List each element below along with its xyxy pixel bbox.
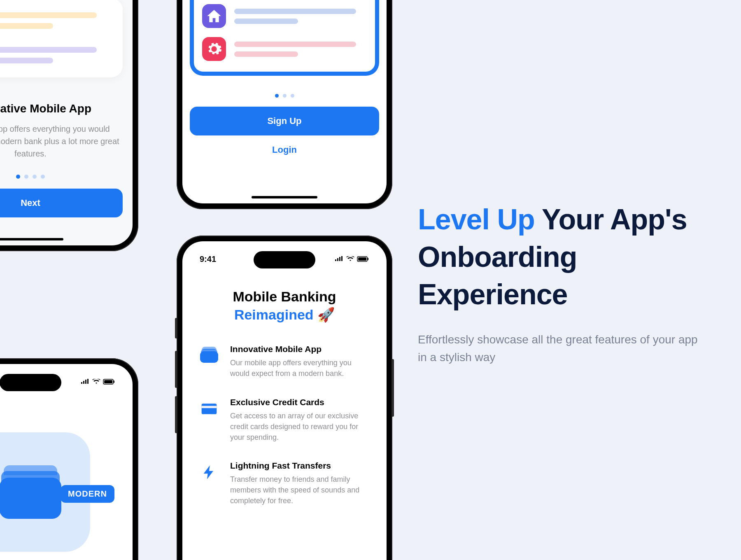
house-icon (202, 4, 226, 28)
svg-rect-5 (368, 258, 368, 260)
hero-text-block: Level Up Your App's Onboarding Experienc… (418, 201, 706, 366)
onboarding-card (0, 0, 123, 77)
placeholder-line (234, 19, 298, 24)
placeholder-line (234, 9, 356, 14)
bolt-icon (199, 461, 219, 506)
mockup-phone-3: 9:41 MODERN Innovative Mobile App Our mo… (0, 358, 138, 560)
mockup-phone-4: 9:41 Mobile Banking Reimagined 🚀 (177, 236, 392, 560)
hero-title-accent: Level Up (418, 203, 535, 236)
signup-button[interactable]: Sign Up (190, 107, 379, 135)
feature-title: Lightning Fast Transfers (230, 461, 370, 471)
hero-title: Level Up Your App's Onboarding Experienc… (418, 201, 706, 313)
feature-body: Our mobile app offers everything you wou… (230, 357, 370, 379)
svg-rect-4 (358, 257, 366, 261)
hero-title: Mobile Banking Reimagined 🚀 (182, 287, 387, 324)
placeholder-line (0, 58, 53, 63)
wallet-icon (0, 465, 61, 519)
gear-icon (202, 37, 226, 61)
feature-body: Get access to an array of our exclusive … (230, 411, 370, 443)
svg-rect-8 (202, 406, 217, 408)
login-button[interactable]: Login (190, 135, 379, 164)
svg-rect-1 (104, 380, 112, 383)
next-button[interactable]: Next (0, 189, 123, 217)
modern-badge: MODERN (61, 485, 114, 503)
feature-item: Lightning Fast Transfers Transfer money … (199, 461, 370, 506)
svg-rect-2 (114, 380, 114, 383)
placeholder-line (234, 51, 298, 57)
feature-item: Innovative Mobile App Our mobile app off… (199, 344, 370, 379)
placeholder-line (0, 47, 97, 53)
page-indicator (190, 94, 379, 98)
page-indicator (0, 175, 133, 179)
feature-item: Exclusive Credit Cards Get access to an … (199, 397, 370, 443)
title-line1: Mobile Banking (182, 287, 387, 306)
placeholder-line (234, 42, 356, 47)
title-line2: Reimagined 🚀 (182, 306, 387, 324)
onboarding-heading: Innovative Mobile App (0, 102, 120, 115)
credit-card-icon (199, 397, 219, 443)
status-right (81, 379, 115, 385)
placeholder-line (0, 12, 97, 18)
status-right (335, 256, 369, 262)
status-time: 9:41 (200, 254, 216, 264)
feature-title: Exclusive Credit Cards (230, 397, 370, 407)
feature-title: Innovative Mobile App (230, 344, 370, 354)
placeholder-line (0, 23, 53, 29)
mockup-phone-1: Innovative Mobile App Our mobile app off… (0, 0, 138, 251)
mockup-phone-2: Sign Up Login (177, 0, 392, 209)
wallet-icon (199, 344, 219, 379)
hero-subtitle: Effortlessly showcase all the great feat… (418, 331, 706, 366)
feature-body: Transfer money to friends and family mem… (230, 474, 370, 506)
onboarding-body: Our mobile app offers everything you wou… (0, 123, 120, 160)
